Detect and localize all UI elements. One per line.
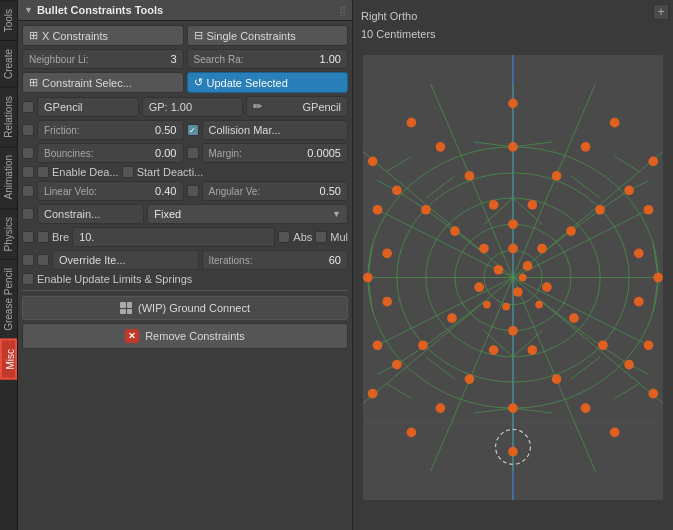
constraint-type-select[interactable]: Fixed ▼: [147, 204, 348, 224]
svg-point-79: [595, 205, 605, 215]
collision-checkbox[interactable]: [187, 124, 199, 136]
angular-ve-field[interactable]: Angular Ve: 0.50: [202, 181, 349, 201]
select-update-row: ⊞ Constraint Selec... ↺ Update Selected: [22, 72, 348, 93]
bre-field[interactable]: 10.: [72, 227, 275, 247]
svg-point-88: [382, 248, 392, 258]
svg-point-72: [450, 226, 460, 236]
grip-icon: ⣿: [339, 5, 346, 16]
linear-velo-field[interactable]: Linear Velo: 0.40: [37, 181, 184, 201]
tab-animation[interactable]: Animation: [0, 146, 17, 207]
corner-plus-button[interactable]: +: [653, 4, 669, 20]
x-constraints-icon: ⊞: [29, 29, 38, 42]
mul-checkbox[interactable]: [315, 231, 327, 243]
enable-dea-inner-checkbox[interactable]: [37, 166, 49, 178]
x-constraints-button[interactable]: ⊞ X Constraints: [22, 25, 184, 46]
svg-point-103: [508, 142, 518, 152]
bounciness-margin-row: Bouncines: 0.00 Margin: 0.0005: [22, 143, 348, 163]
svg-point-80: [421, 205, 431, 215]
override-checkbox[interactable]: [22, 254, 34, 266]
svg-point-108: [407, 118, 417, 128]
svg-point-66: [479, 244, 489, 254]
gpencil-row: GPencil GP: 1.00 ✏ GPencil: [22, 96, 348, 117]
search-ra-field[interactable]: Search Ra: 1.00: [187, 49, 349, 69]
svg-point-95: [581, 142, 591, 152]
constraint-select-icon: ⊞: [29, 76, 38, 89]
svg-point-101: [644, 340, 654, 350]
collapse-icon[interactable]: ▼: [24, 5, 33, 15]
svg-point-69: [508, 219, 518, 229]
svg-point-75: [528, 200, 538, 210]
gpencil-field2[interactable]: ✏ GPencil: [246, 96, 348, 117]
svg-point-93: [624, 360, 634, 370]
gpencil-checkbox[interactable]: [22, 101, 34, 113]
svg-point-111: [648, 157, 658, 167]
left-tabs: Tools Create Relations Animation Physics…: [0, 0, 18, 530]
remove-constraints-button[interactable]: ✕ Remove Constraints: [22, 323, 348, 349]
svg-point-114: [368, 389, 378, 399]
override-iterations-row: Override Ite... Iterations: 60: [22, 250, 348, 270]
constraint-label-field[interactable]: Constrain...: [37, 204, 144, 224]
grid-icon: [120, 302, 132, 314]
friction-field[interactable]: Friction: 0.50: [37, 120, 184, 140]
svg-point-77: [528, 345, 538, 355]
abs-checkbox[interactable]: [278, 231, 290, 243]
linear-checkbox[interactable]: [22, 185, 34, 197]
enable-start-row: Enable Dea... Start Deacti...: [22, 166, 348, 178]
svg-point-118: [535, 301, 543, 309]
svg-point-63: [513, 287, 523, 297]
svg-point-97: [581, 403, 591, 413]
gp-value-field[interactable]: GP: 1.00: [142, 97, 244, 117]
tab-grease-pencil[interactable]: Grease Pencil: [0, 259, 17, 339]
iterations-field[interactable]: Iterations: 60: [202, 250, 349, 270]
friction-checkbox[interactable]: [22, 124, 34, 136]
svg-point-116: [508, 447, 518, 457]
tab-misc[interactable]: Misc: [0, 339, 17, 380]
update-selected-icon: ↺: [194, 76, 203, 89]
svg-point-76: [489, 200, 499, 210]
constraint-select-button[interactable]: ⊞ Constraint Selec...: [22, 72, 184, 93]
bre-checkbox[interactable]: [22, 231, 34, 243]
constraint-type-checkbox[interactable]: [22, 208, 34, 220]
margin-field[interactable]: Margin: 0.0005: [202, 143, 349, 163]
tab-create[interactable]: Create: [0, 40, 17, 87]
margin-checkbox[interactable]: [187, 147, 199, 159]
wip-ground-connect-button[interactable]: (WIP) Ground Connect: [22, 296, 348, 320]
single-constraints-button[interactable]: ⊟ Single Constraints: [187, 25, 349, 46]
bre-inner-checkbox[interactable]: [37, 231, 49, 243]
override-inner-checkbox[interactable]: [37, 254, 49, 266]
bounciness-checkbox[interactable]: [22, 147, 34, 159]
tab-physics[interactable]: Physics: [0, 208, 17, 259]
angular-checkbox[interactable]: [187, 185, 199, 197]
svg-point-86: [465, 374, 475, 384]
divider: [22, 290, 348, 291]
viewport-canvas[interactable]: [363, 35, 663, 520]
svg-point-113: [648, 389, 658, 399]
gpencil-field1[interactable]: GPencil: [37, 97, 139, 117]
tab-relations[interactable]: Relations: [0, 87, 17, 146]
tab-tools[interactable]: Tools: [0, 0, 17, 40]
viewport-panel: Right Ortho 10 Centimeters +: [353, 0, 673, 530]
collision-field[interactable]: Collision Mar...: [202, 120, 349, 140]
neighbour-field[interactable]: Neighbour Li: 3: [22, 49, 184, 69]
update-selected-button[interactable]: ↺ Update Selected: [187, 72, 349, 93]
svg-point-109: [610, 428, 620, 438]
svg-point-90: [382, 297, 392, 307]
svg-point-62: [494, 265, 504, 275]
enable-update-checkbox[interactable]: [22, 273, 34, 285]
remove-x-icon: ✕: [125, 329, 139, 343]
linear-angular-row: Linear Velo: 0.40 Angular Ve: 0.50: [22, 181, 348, 201]
svg-point-115: [508, 98, 518, 108]
start-deacti-checkbox[interactable]: [122, 166, 134, 178]
svg-point-105: [653, 273, 663, 283]
svg-point-112: [368, 157, 378, 167]
svg-point-110: [407, 428, 417, 438]
override-field[interactable]: Override Ite...: [52, 250, 199, 270]
enable-dea-checkbox[interactable]: [22, 166, 34, 178]
svg-point-60: [508, 244, 518, 254]
svg-point-83: [552, 171, 562, 181]
svg-point-107: [610, 118, 620, 128]
bounciness-field[interactable]: Bouncines: 0.00: [37, 143, 184, 163]
svg-point-99: [644, 205, 654, 215]
svg-point-92: [392, 186, 402, 196]
viewport-label-ortho: Right Ortho: [361, 8, 436, 26]
